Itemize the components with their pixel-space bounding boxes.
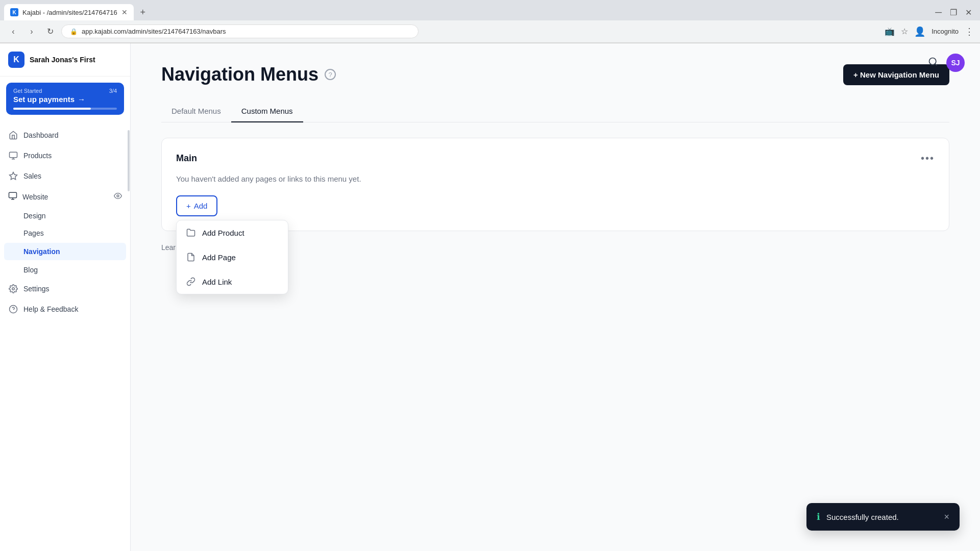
add-link-label: Add Link [202, 278, 232, 286]
menu-icon[interactable]: ⋮ [965, 26, 974, 37]
sidebar-item-label: Help & Feedback [23, 305, 78, 313]
new-tab-button[interactable]: + [136, 5, 150, 19]
sidebar: K Sarah Jonas's First Get Started 3/4 Se… [0, 43, 131, 551]
scrollbar-thumb [128, 130, 130, 191]
tab-title: Kajabi - /admin/sites/214764716 [22, 9, 117, 16]
address-bar[interactable]: 🔒 app.kajabi.com/admin/sites/2147647163/… [61, 24, 419, 38]
toast-close-button[interactable]: × [944, 512, 949, 522]
sidebar-item-settings[interactable]: Settings [0, 279, 130, 299]
tab-default-menus[interactable]: Default Menus [161, 101, 231, 122]
tab-bar: K Kajabi - /admin/sites/214764716 ✕ + ─ … [0, 0, 980, 20]
folder-icon [186, 228, 196, 238]
sidebar-item-label: Design [23, 212, 46, 220]
restore-btn[interactable]: ❐ [950, 8, 957, 17]
eye-icon[interactable] [114, 192, 122, 202]
user-avatar[interactable]: SJ [946, 54, 965, 72]
sidebar-item-label: Website [22, 193, 48, 201]
svg-marker-3 [10, 172, 17, 180]
svg-point-7 [117, 195, 119, 197]
add-label: Add [194, 202, 208, 210]
help-icon [8, 304, 18, 314]
toast-message: Successfully created. [826, 513, 899, 521]
empty-state-text: You haven't added any pages or links to … [176, 174, 935, 183]
menu-card-title: Main [176, 153, 197, 164]
active-tab[interactable]: K Kajabi - /admin/sites/214764716 ✕ [4, 4, 134, 20]
app-logo: K [8, 52, 24, 68]
menu-card-main: Main ••• You haven't added any pages or … [161, 138, 949, 231]
svg-point-8 [12, 288, 15, 290]
tab-close-btn[interactable]: ✕ [121, 8, 128, 16]
sidebar-item-label: Settings [23, 285, 50, 293]
add-button[interactable]: + Add [176, 195, 217, 216]
sidebar-item-help[interactable]: Help & Feedback [0, 299, 130, 319]
incognito-label: Incognito [932, 28, 959, 35]
svg-line-12 [935, 63, 937, 65]
add-button-container: + Add Add Product Add Page [176, 195, 217, 216]
browser-toolbar: ‹ › ↻ 🔒 app.kajabi.com/admin/sites/21476… [0, 20, 980, 43]
sidebar-item-design[interactable]: Design [0, 207, 130, 224]
sidebar-item-dashboard[interactable]: Dashboard [0, 125, 130, 145]
browser-actions: 📺 ☆ 👤 Incognito ⋮ [885, 26, 974, 37]
plus-icon: + [186, 202, 191, 210]
sidebar-item-label: Navigation [23, 247, 60, 256]
monitor-icon [8, 191, 17, 202]
minimize-btn[interactable]: ─ [935, 7, 942, 18]
close-btn[interactable]: ✕ [965, 8, 972, 17]
svg-rect-0 [10, 152, 17, 158]
settings-icon [8, 284, 18, 294]
more-options-button[interactable]: ••• [921, 153, 935, 164]
sidebar-item-label: Pages [23, 229, 44, 237]
bookmark-icon[interactable]: ☆ [901, 27, 908, 36]
sidebar-scrollbar [127, 43, 130, 551]
profile-icon[interactable]: 👤 [914, 26, 925, 37]
site-name: Sarah Jonas's First [30, 56, 95, 64]
top-right-actions: SJ [928, 54, 965, 72]
sidebar-scroll: Dashboard Products Sales Website [0, 121, 130, 551]
get-started-title: Set up payments → [13, 95, 117, 104]
sidebar-header: K Sarah Jonas's First [0, 43, 130, 77]
url-text: app.kajabi.com/admin/sites/2147647163/na… [82, 28, 226, 35]
page-help-icon[interactable]: ? [325, 69, 336, 80]
logo-letter: K [13, 55, 19, 64]
page-title: Navigation Menus [161, 64, 318, 85]
sidebar-item-website[interactable]: Website [0, 186, 130, 207]
search-button[interactable] [928, 57, 938, 69]
tab-custom-menus[interactable]: Custom Menus [231, 101, 303, 122]
link-icon [186, 277, 196, 287]
add-page-item[interactable]: Add Page [177, 245, 288, 269]
website-subnav: Design Pages Navigation Blog [0, 207, 130, 279]
sidebar-item-sales[interactable]: Sales [0, 166, 130, 186]
sidebar-item-label: Sales [23, 172, 41, 180]
progress-fill [13, 108, 91, 110]
menu-card-header: Main ••• [176, 153, 935, 164]
sidebar-item-products[interactable]: Products [0, 145, 130, 166]
sales-icon [8, 171, 18, 181]
app-container: K Sarah Jonas's First Get Started 3/4 Se… [0, 43, 980, 551]
toast-success-icon: ℹ [817, 511, 820, 522]
lock-icon: 🔒 [70, 28, 78, 35]
sidebar-item-label: Products [23, 152, 52, 160]
sidebar-item-blog[interactable]: Blog [0, 261, 130, 279]
add-product-item[interactable]: Add Product [177, 220, 288, 245]
cast-icon[interactable]: 📺 [885, 27, 895, 36]
add-link-item[interactable]: Add Link [177, 269, 288, 294]
sidebar-item-label: Blog [23, 266, 38, 274]
sidebar-item-navigation[interactable]: Navigation [4, 243, 126, 260]
page-header: Navigation Menus ? + New Navigation Menu [161, 64, 949, 85]
back-button[interactable]: ‹ [6, 24, 20, 39]
forward-button[interactable]: › [24, 24, 39, 39]
refresh-button[interactable]: ↻ [43, 24, 57, 39]
tab-favicon: K [10, 8, 18, 16]
tabs-bar: Default Menus Custom Menus [161, 101, 949, 122]
products-icon [8, 151, 18, 161]
get-started-banner[interactable]: Get Started 3/4 Set up payments → [6, 83, 124, 115]
home-icon [8, 130, 18, 140]
get-started-label: Get Started 3/4 [13, 88, 117, 94]
toast-notification: ℹ Successfully created. × [806, 503, 960, 531]
add-page-label: Add Page [202, 253, 236, 262]
svg-rect-4 [9, 192, 17, 198]
add-product-label: Add Product [202, 229, 244, 237]
progress-bar [13, 108, 117, 110]
document-icon [186, 252, 196, 262]
sidebar-item-pages[interactable]: Pages [0, 224, 130, 242]
